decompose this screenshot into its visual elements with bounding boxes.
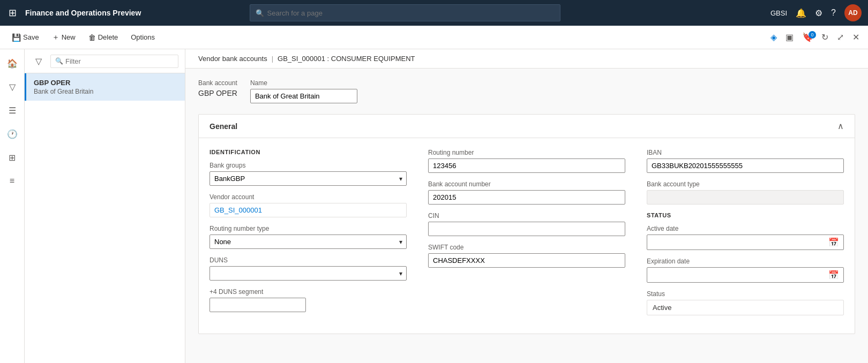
duns-select[interactable] (209, 266, 407, 281)
routing-number-label: Routing number (428, 149, 625, 156)
grid-menu-icon[interactable]: ⊞ (6, 5, 19, 21)
close-icon[interactable]: ✕ (850, 30, 862, 44)
duns-segment-input[interactable] (209, 298, 306, 312)
save-icon: 💾 (12, 33, 21, 42)
bank-account-number-label: Bank account number (428, 180, 625, 188)
name-field-group: Name (250, 79, 357, 103)
status-label: Status (647, 290, 844, 298)
home-icon[interactable]: 🏠 (3, 54, 22, 73)
search-icon: 🔍 (256, 9, 264, 17)
breadcrumb-parent[interactable]: Vendor bank accounts (198, 55, 267, 63)
top-nav-bar: ⊞ Finance and Operations Preview 🔍 GBSI … (0, 0, 868, 26)
breadcrumb-bar: Vendor bank accounts | GB_SI_000001 : CO… (185, 49, 868, 69)
section-header[interactable]: General ∧ (199, 115, 855, 138)
rows-icon[interactable]: ≡ (3, 171, 22, 191)
form-area: Bank account GBP OPER Name General ∧ I (185, 69, 868, 345)
sidebar-icons: 🏠 ▽ ☰ 🕐 ⊞ ≡ (0, 49, 25, 363)
top-nav-right: GBSI 🔔 ⚙ ? AD (770, 4, 862, 21)
bank-account-type-field: Bank account type (647, 180, 844, 205)
content-area: Vendor bank accounts | GB_SI_000001 : CO… (185, 49, 868, 363)
section-title: General (209, 122, 237, 131)
badge-icon-wrap[interactable]: 🔖 0 (800, 32, 815, 42)
bank-groups-select[interactable]: BankGBP (209, 171, 407, 186)
swift-code-field: SWIFT code (428, 244, 625, 268)
help-icon[interactable]: ? (831, 8, 836, 18)
diamond-icon[interactable]: ◈ (768, 30, 779, 44)
name-label: Name (250, 79, 357, 87)
breadcrumb-separator: | (272, 55, 273, 63)
bank-header: Bank account GBP OPER Name (198, 79, 855, 103)
routing-type-select-wrap[interactable]: None ▾ (209, 235, 407, 249)
filter-input[interactable] (65, 57, 174, 65)
iban-input[interactable] (647, 158, 844, 173)
delete-button[interactable]: 🗑 Delete (83, 30, 124, 45)
toolbar: 💾 Save ＋ New 🗑 Delete Options ◈ ▣ 🔖 0 ↻ … (0, 26, 868, 49)
bank-account-type-label: Bank account type (647, 180, 844, 188)
duns-label: DUNS (209, 256, 407, 264)
save-button[interactable]: 💾 Save (6, 30, 44, 45)
filter-input-wrap[interactable]: 🔍 (50, 55, 178, 68)
settings-icon[interactable]: ⚙ (815, 8, 822, 18)
duns-select-wrap[interactable]: ▾ (209, 266, 407, 281)
duns-segment-field: +4 DUNS segment (209, 288, 407, 312)
options-button[interactable]: Options (125, 30, 160, 44)
list-filter-icon[interactable]: ▽ (31, 54, 46, 69)
filter-icon[interactable]: ▽ (3, 77, 22, 96)
bank-account-type-input[interactable] (647, 190, 844, 205)
app-title: Finance and Operations Preview (25, 9, 141, 17)
search-input[interactable] (267, 9, 555, 17)
vendor-account-field: Vendor account GB_SI_000001 (209, 193, 407, 217)
grid-icon[interactable]: ⊞ (3, 148, 22, 167)
swift-code-label: SWIFT code (428, 244, 625, 251)
routing-number-field: Routing number (428, 149, 625, 173)
expiration-date-input[interactable] (647, 268, 824, 282)
iban-label: IBAN (647, 149, 844, 156)
list-item-id: GBP OPER (34, 79, 177, 87)
toolbar-right-icons: ◈ ▣ 🔖 0 ↻ ⤢ ✕ (768, 30, 862, 44)
expiration-date-field: Expiration date 📅 (647, 258, 844, 283)
list-icon[interactable]: ☰ (3, 101, 22, 120)
list-panel: ▽ 🔍 GBP OPER Bank of Great Britain (25, 49, 185, 363)
section-body: IDENTIFICATION Bank groups BankGBP ▾ Ven… (199, 138, 855, 334)
expand-icon[interactable]: ⤢ (835, 30, 846, 44)
collapse-icon[interactable]: ∧ (837, 121, 844, 131)
swift-code-input[interactable] (428, 253, 625, 268)
active-date-calendar-icon[interactable]: 📅 (824, 235, 843, 249)
badge-count: 0 (809, 31, 816, 39)
routing-number-input[interactable] (428, 158, 625, 173)
notification-icon[interactable]: 🔔 (796, 8, 806, 18)
cin-input[interactable] (428, 222, 625, 236)
filter-search-icon: 🔍 (55, 57, 63, 65)
iban-column: IBAN Bank account type STATUS Active dat… (647, 149, 844, 323)
list-item[interactable]: GBP OPER Bank of Great Britain (25, 73, 185, 101)
user-avatar[interactable]: AD (844, 4, 862, 21)
bank-groups-select-wrap[interactable]: BankGBP ▾ (209, 171, 407, 186)
bank-account-label: Bank account (198, 79, 237, 87)
bank-account-number-input[interactable] (428, 190, 625, 205)
bank-account-field-group: Bank account GBP OPER (198, 79, 237, 103)
delete-icon: 🗑 (88, 33, 96, 42)
new-icon: ＋ (52, 33, 59, 42)
new-button[interactable]: ＋ New (47, 29, 81, 46)
status-section: STATUS Active date 📅 Expiration date (647, 212, 844, 323)
new-label: New (62, 33, 76, 41)
search-bar[interactable]: 🔍 (250, 4, 560, 21)
delete-label: Delete (98, 33, 118, 41)
name-input[interactable] (250, 89, 357, 103)
main-layout: 🏠 ▽ ☰ 🕐 ⊞ ≡ ▽ 🔍 GBP OPER Bank of Great B… (0, 49, 868, 363)
active-date-field: Active date 📅 (647, 225, 844, 250)
list-panel-header: ▽ 🔍 (25, 49, 185, 73)
routing-number-type-field: Routing number type None ▾ (209, 225, 407, 249)
recent-icon[interactable]: 🕐 (3, 124, 22, 143)
identification-column: IDENTIFICATION Bank groups BankGBP ▾ Ven… (209, 149, 407, 323)
active-date-label: Active date (647, 225, 844, 232)
expiration-date-calendar-icon[interactable]: 📅 (824, 268, 843, 282)
identification-label: IDENTIFICATION (209, 149, 407, 155)
panel-icon[interactable]: ▣ (783, 30, 796, 44)
vendor-account-link[interactable]: GB_SI_000001 (209, 203, 407, 217)
refresh-icon[interactable]: ↻ (819, 30, 830, 44)
list-item-name: Bank of Great Britain (34, 88, 177, 95)
active-date-input[interactable] (647, 236, 824, 249)
status-field: Status Active (647, 290, 844, 315)
routing-type-select[interactable]: None (209, 235, 407, 249)
